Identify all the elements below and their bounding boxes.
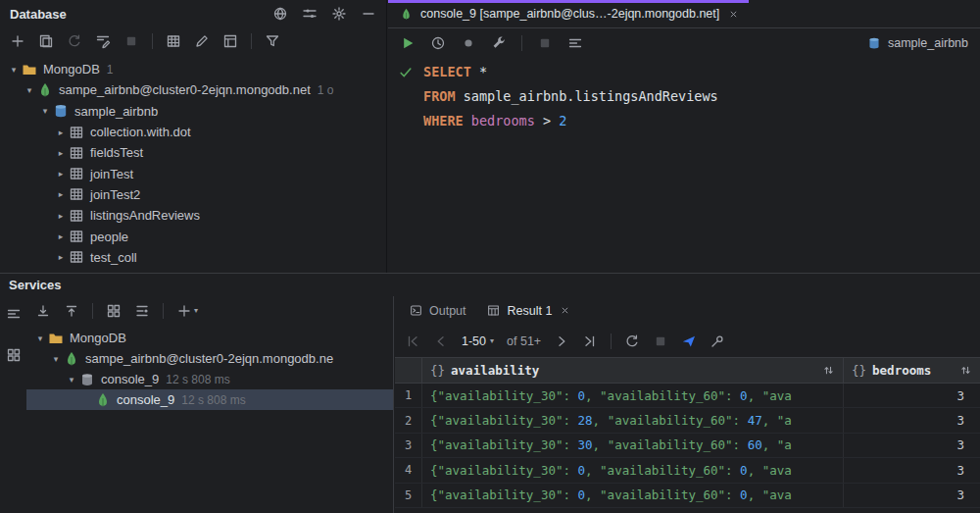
database-icon — [53, 103, 69, 119]
record-icon[interactable] — [461, 35, 476, 51]
web-console-icon[interactable] — [272, 6, 288, 22]
add-datasource-icon[interactable] — [10, 33, 25, 49]
column-header-bedrooms[interactable]: {} bedrooms — [844, 358, 980, 383]
result-row-4[interactable]: 4{"availability_30": 0, "availability_60… — [395, 458, 980, 483]
folder-icon — [22, 62, 37, 77]
sort-icon[interactable] — [822, 364, 835, 377]
expand-all-icon[interactable] — [35, 303, 51, 319]
cell-bedrooms[interactable]: 3 — [844, 484, 980, 507]
cell-bedrooms[interactable]: 3 — [844, 434, 980, 457]
chevron-closed-icon[interactable]: ▸ — [53, 128, 69, 137]
collapse-all-icon[interactable] — [64, 303, 79, 319]
toolbar-separator — [163, 303, 164, 319]
column-header-availability[interactable]: {} availability — [422, 358, 844, 383]
cell-availability[interactable]: {"availability_30": 0, "availability_60"… — [422, 484, 844, 507]
cell-availability[interactable]: {"availability_30": 0, "availability_60"… — [422, 384, 844, 407]
pin-tab-icon[interactable] — [710, 333, 725, 349]
stop-icon[interactable] — [123, 33, 139, 49]
run-query-icon[interactable] — [400, 35, 416, 51]
console-settings-icon[interactable] — [491, 35, 507, 51]
chevron-open-icon[interactable]: ▾ — [37, 106, 53, 116]
result-row-2[interactable]: 2{"availability_30": 28, "availability_6… — [395, 408, 980, 433]
chevron-closed-icon[interactable]: ▸ — [53, 148, 69, 158]
chevron-open-icon[interactable]: ▾ — [32, 333, 48, 343]
db-tree-item-sample-airbnb[interactable]: ▾sample_airbnb — [0, 101, 386, 122]
tree-item-label: sample_airbnb — [74, 104, 158, 119]
modify-icon[interactable] — [194, 33, 210, 49]
services-view-icon[interactable] — [6, 347, 22, 363]
services-tree-item-console-9[interactable]: console_912 s 808 ms — [26, 389, 393, 410]
group-services-icon[interactable] — [106, 303, 122, 319]
refresh-icon[interactable] — [67, 33, 82, 49]
toolbar-separator — [251, 33, 252, 49]
editor-tab-label: console_9 [sampe_airbnb@clus…-2ejqn.mong… — [420, 7, 719, 21]
panel-options-icon[interactable] — [6, 306, 22, 322]
cell-availability[interactable]: {"availability_30": 28, "availability_60… — [422, 408, 844, 432]
last-page-icon[interactable] — [582, 333, 598, 349]
next-page-icon[interactable] — [554, 333, 569, 349]
cell-availability[interactable]: {"availability_30": 0, "availability_60"… — [422, 458, 844, 482]
db-tree-item-test-coll[interactable]: ▸test_coll — [0, 247, 386, 268]
view-mode-icon[interactable] — [134, 303, 150, 319]
cell-bedrooms[interactable]: 3 — [844, 458, 980, 482]
stop-execution-icon[interactable] — [537, 35, 553, 51]
diagram-icon[interactable] — [222, 33, 238, 49]
services-tree-item-mongodb[interactable]: ▾MongoDB — [26, 328, 393, 348]
result-row-1[interactable]: 1{"availability_30": 0, "availability_60… — [395, 384, 980, 408]
table-view-icon[interactable] — [166, 33, 181, 49]
db-tree-item-sampe-airbnb-cluster0-2ejqn-mongodb-net[interactable]: ▾sampe_airbnb@cluster0-2ejqn.mongodb.net… — [0, 79, 386, 100]
chevron-closed-icon[interactable]: ▸ — [53, 189, 69, 199]
sort-icon[interactable] — [959, 364, 972, 377]
view-options-icon[interactable] — [302, 6, 318, 22]
previous-page-icon[interactable] — [433, 333, 449, 349]
submit-icon[interactable] — [681, 333, 697, 349]
chevron-open-icon[interactable]: ▾ — [48, 354, 64, 364]
chevron-closed-icon[interactable]: ▸ — [53, 252, 69, 262]
db-tree-item-listingsandreviews[interactable]: ▸listingsAndReviews — [0, 205, 386, 226]
services-tree-item-console-9[interactable]: ▾console_912 s 808 ms — [26, 369, 393, 389]
db-tree-item-fieldstest[interactable]: ▸fieldsTest — [0, 142, 386, 163]
services-tree-item-sampe-airbnb-cluster0-2ejqn-mongodb-ne[interactable]: ▾sampe_airbnb@cluster0-2ejqn.mongodb.ne — [26, 348, 393, 369]
code-line-1[interactable]: SELECT * — [388, 60, 980, 84]
tab-result-1[interactable]: Result 1 — [477, 296, 580, 325]
chevron-open-icon[interactable]: ▾ — [22, 85, 37, 95]
code-line-2[interactable]: FROM sample_airbnb.listingsAndReviews — [388, 84, 980, 109]
db-tree-item-jointest2[interactable]: ▸joinTest2 — [0, 184, 386, 205]
close-tab-icon[interactable] — [728, 9, 739, 20]
chevron-open-icon[interactable]: ▾ — [64, 375, 79, 385]
output-layout-icon[interactable] — [567, 35, 583, 51]
chevron-closed-icon[interactable]: ▸ — [53, 231, 69, 241]
reload-page-icon[interactable] — [624, 333, 640, 349]
add-service-button[interactable]: ▾ — [176, 303, 198, 319]
query-history-icon[interactable] — [430, 35, 446, 51]
filter-icon[interactable] — [265, 33, 280, 49]
stop-loading-icon[interactable] — [653, 333, 668, 349]
duplicate-icon[interactable] — [38, 33, 54, 49]
code-line-3[interactable]: WHERE bedrooms > 2 — [388, 109, 980, 133]
chevron-closed-icon[interactable]: ▸ — [53, 211, 69, 221]
chevron-closed-icon[interactable]: ▸ — [53, 169, 69, 179]
hide-panel-icon[interactable] — [361, 6, 376, 22]
page-range-dropdown[interactable]: 1-50 ▾ — [462, 334, 494, 348]
result-tab-bar: Output Result 1 — [395, 296, 980, 325]
datasource-selector[interactable]: sample_airbnb — [866, 35, 968, 51]
jump-to-console-icon[interactable] — [95, 33, 111, 49]
db-tree-item-people[interactable]: ▸people — [0, 226, 386, 246]
tab-output[interactable]: Output — [399, 296, 475, 325]
result-grid: {} availability {} bedrooms 1{"availabil… — [395, 357, 980, 513]
editor-code-area[interactable]: SELECT *FROM sample_airbnb.listingsAndRe… — [388, 58, 980, 133]
column-name: availability — [451, 363, 539, 378]
close-result-tab-icon[interactable] — [560, 305, 570, 316]
chevron-open-icon[interactable]: ▾ — [6, 65, 22, 75]
db-tree-item-jointest[interactable]: ▸joinTest — [0, 163, 386, 183]
result-row-3[interactable]: 3{"availability_30": 30, "availability_6… — [395, 434, 980, 458]
cell-bedrooms[interactable]: 3 — [844, 408, 980, 432]
cell-bedrooms[interactable]: 3 — [844, 384, 980, 407]
db-tree-item-mongodb[interactable]: ▾MongoDB1 — [0, 59, 386, 79]
result-row-5[interactable]: 5{"availability_30": 0, "availability_60… — [395, 484, 980, 508]
cell-availability[interactable]: {"availability_30": 30, "availability_60… — [422, 434, 844, 457]
db-tree-item-collection-with-dot[interactable]: ▸collection.with.dot — [0, 122, 386, 142]
first-page-icon[interactable] — [405, 333, 420, 349]
editor-tab-console-9[interactable]: console_9 [sampe_airbnb@clus…-2ejqn.mong… — [388, 0, 749, 27]
settings-gear-icon[interactable] — [331, 6, 347, 22]
